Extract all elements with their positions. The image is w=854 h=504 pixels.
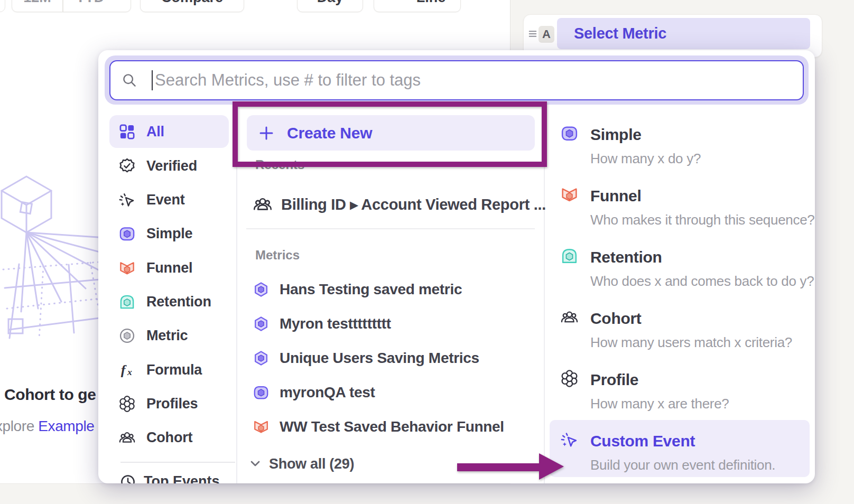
- hexagon-metric-icon: [253, 281, 270, 298]
- line-chart-icon: [389, 0, 409, 7]
- profiles-icon: [118, 395, 136, 413]
- chart-type-line-button[interactable]: Line: [374, 0, 461, 12]
- metrics-label: Metrics: [255, 248, 300, 263]
- category-event[interactable]: Event: [109, 183, 229, 216]
- compare-button[interactable]: Compare: [140, 0, 244, 12]
- type-retention[interactable]: RetentionWho does x and comes back to do…: [560, 247, 814, 290]
- funnel-small-icon: [253, 418, 270, 436]
- cohort-icon: [118, 429, 136, 446]
- hexagon-metric-icon: [253, 315, 270, 333]
- divider: [120, 462, 235, 463]
- metric-item[interactable]: WW Test Saved Behavior Funnel: [253, 415, 504, 438]
- retention-icon: [118, 293, 136, 311]
- type-simple[interactable]: SimpleHow many x do y?: [560, 124, 701, 167]
- annotation-arrow: [454, 449, 568, 484]
- category-partial[interactable]: Top Events: [144, 473, 220, 483]
- clock-icon: [119, 473, 137, 483]
- background-heading-fragment: Cohort to ge: [4, 386, 96, 404]
- grid-icon: [118, 123, 136, 141]
- metric-item[interactable]: myronQA test: [253, 381, 375, 404]
- select-metric-field[interactable]: Select Metric: [557, 18, 810, 49]
- custom-event-icon: [560, 431, 579, 449]
- type-funnel[interactable]: FunnelWho makes it through this sequence…: [560, 185, 815, 229]
- metric-icon: [118, 327, 136, 344]
- category-cohort[interactable]: Cohort: [109, 421, 229, 454]
- metric-item[interactable]: Myron testtttttttt: [253, 312, 391, 335]
- type-custom-event[interactable]: Custom EventBuild your own event definit…: [560, 431, 775, 474]
- svg-text:f: f: [121, 362, 127, 377]
- annotation-rectangle: [233, 101, 547, 167]
- metric-item[interactable]: Hans Testing saved metric: [253, 278, 462, 301]
- divider: [246, 228, 535, 229]
- category-verified[interactable]: Verified: [109, 150, 229, 182]
- drag-handle-icon[interactable]: [527, 29, 538, 39]
- divider: [544, 112, 545, 483]
- svg-text:x: x: [127, 367, 132, 377]
- verified-icon: [118, 157, 136, 175]
- metric-row-badge: A: [539, 26, 554, 43]
- event-icon: [118, 191, 136, 209]
- type-profile[interactable]: ProfileHow many x are there?: [560, 369, 729, 413]
- search-input[interactable]: Search Metrics, use # to filter to tags: [109, 60, 804, 100]
- simple-icon: [118, 225, 136, 242]
- search-placeholder: Search Metrics, use # to filter to tags: [155, 71, 421, 90]
- text-caret: [152, 70, 153, 90]
- category-simple[interactable]: Simple: [109, 217, 229, 250]
- toolbar-fragment: [0, 0, 5, 12]
- funnel-icon: [560, 185, 579, 204]
- wireframe-illustration: [0, 173, 106, 350]
- profiles-icon: [560, 369, 579, 388]
- date-range-group[interactable]: 12M YTD: [12, 0, 131, 12]
- category-funnel[interactable]: Funnel: [109, 251, 229, 284]
- show-all-button[interactable]: Show all (29): [248, 452, 354, 475]
- explore-text: xplore: [0, 418, 38, 434]
- chevron-small-icon: [108, 0, 118, 2]
- metric-item[interactable]: Unique Users Saving Metrics: [253, 347, 479, 370]
- type-cohort[interactable]: CohortHow many users match x criteria?: [560, 308, 792, 351]
- range-ytd-button[interactable]: YTD: [63, 0, 131, 12]
- category-formula[interactable]: fxFormula: [109, 353, 229, 386]
- category-retention[interactable]: Retention: [109, 285, 229, 318]
- search-icon: [121, 72, 138, 89]
- formula-icon: fx: [118, 361, 136, 379]
- retention-icon: [560, 247, 579, 265]
- bottom-background: [0, 483, 510, 504]
- chevron-down-icon: [248, 457, 262, 471]
- funnel-icon: [118, 259, 136, 277]
- category-metric[interactable]: Metric: [109, 319, 229, 352]
- divider: [236, 112, 237, 483]
- background-explore-line: xplore Example R: [0, 418, 109, 435]
- recent-item-billing[interactable]: Billing ID ▸ Account Viewed Report ...: [253, 193, 546, 216]
- rounded-metric-icon: [253, 384, 270, 402]
- hexagon-metric-icon: [253, 349, 270, 367]
- granularity-day-button[interactable]: Day: [297, 0, 363, 12]
- category-all[interactable]: All: [109, 115, 229, 148]
- simple-icon: [560, 124, 579, 143]
- category-profiles[interactable]: Profiles: [109, 387, 229, 420]
- range-12m-button[interactable]: 12M: [12, 0, 62, 12]
- cohort-icon: [560, 308, 579, 326]
- people-icon: [253, 194, 273, 214]
